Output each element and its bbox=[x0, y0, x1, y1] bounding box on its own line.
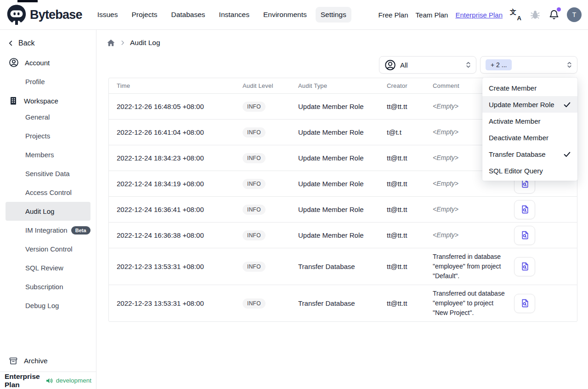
sidebar-item-access-control[interactable]: Access Control bbox=[0, 183, 96, 202]
table-row: 2022-12-23 13:53:31 +08:00 INFO Transfer… bbox=[109, 285, 577, 321]
col-creator: Creator bbox=[384, 82, 430, 89]
menu-item-update-member-role[interactable]: Update Member Role bbox=[482, 96, 577, 113]
type-cell: Transfer Database bbox=[295, 299, 384, 307]
archive-button[interactable]: Archive bbox=[0, 351, 96, 371]
sidebar-item-audit-log[interactable]: Audit Log bbox=[6, 202, 90, 221]
creator-cell: tt@tt.tt bbox=[384, 206, 430, 213]
topbar-right: Free Plan Team Plan Enterprise Plan 文A bbox=[379, 7, 582, 22]
menu-item-deactivate-member[interactable]: Deactivate Member bbox=[482, 129, 577, 146]
settings-sidebar: Back Account Profile bbox=[0, 30, 96, 389]
level-badge: INFO bbox=[243, 205, 266, 215]
level-badge: INFO bbox=[243, 102, 266, 112]
sidebar-item-version-control[interactable]: Version Control bbox=[0, 240, 96, 258]
beta-badge: Beta bbox=[71, 226, 90, 235]
sidebar-item-profile[interactable]: Profile bbox=[0, 72, 96, 91]
creator-cell: tt@tt.tt bbox=[384, 263, 430, 270]
level-badge: INFO bbox=[243, 179, 266, 189]
menu-item-label: SQL Editor Query bbox=[489, 167, 543, 175]
nav-settings[interactable]: Settings bbox=[316, 7, 351, 23]
user-circle-icon bbox=[384, 59, 396, 71]
bytebase-app: Bytebase Issues Projects Databases Insta… bbox=[0, 0, 588, 389]
nav-databases[interactable]: Databases bbox=[166, 7, 210, 23]
type-cell: Update Member Role bbox=[295, 206, 384, 213]
nav-environments[interactable]: Environments bbox=[258, 7, 312, 23]
menu-item-sql-editor-query[interactable]: SQL Editor Query bbox=[482, 162, 577, 179]
view-detail-button[interactable] bbox=[514, 226, 535, 245]
free-plan-link[interactable]: Free Plan bbox=[379, 11, 408, 19]
table-row: 2022-12-24 16:36:41 +08:00 INFO Update M… bbox=[109, 197, 577, 223]
sidebar-item-subscription[interactable]: Subscription bbox=[0, 277, 96, 296]
menu-item-activate-member[interactable]: Activate Member bbox=[482, 113, 577, 129]
nav-issues[interactable]: Issues bbox=[92, 7, 123, 23]
team-plan-link[interactable]: Team Plan bbox=[416, 11, 448, 19]
sidebar-item-sql-review[interactable]: SQL Review bbox=[0, 258, 96, 277]
breadcrumb: Audit Log bbox=[107, 38, 577, 47]
menu-item-label: Deactivate Member bbox=[489, 134, 548, 142]
view-detail-button[interactable] bbox=[514, 257, 535, 276]
audit-type-filter-select[interactable]: + 2 ... bbox=[480, 56, 577, 74]
building-icon bbox=[9, 96, 18, 106]
check-icon bbox=[563, 101, 571, 109]
level-badge: INFO bbox=[243, 127, 266, 137]
sidebar-item-members[interactable]: Members bbox=[0, 145, 96, 164]
sidebar-item-debug-log[interactable]: Debug Log bbox=[0, 296, 96, 315]
col-time: Time bbox=[109, 82, 239, 89]
chevron-updown-icon bbox=[465, 60, 472, 69]
comment-cell: <Empty> bbox=[430, 227, 508, 244]
level-badge: INFO bbox=[243, 262, 266, 272]
sidebar-item-general[interactable]: General bbox=[0, 108, 96, 126]
sidebar-item-projects[interactable]: Projects bbox=[0, 126, 96, 145]
menu-item-label: Update Member Role bbox=[489, 101, 554, 109]
table-row: 2022-12-24 16:36:38 +08:00 INFO Update M… bbox=[109, 223, 577, 248]
nav-projects[interactable]: Projects bbox=[126, 7, 162, 23]
translate-icon[interactable]: 文A bbox=[510, 9, 522, 21]
back-button[interactable]: Back bbox=[0, 38, 96, 48]
home-icon[interactable] bbox=[107, 39, 115, 47]
creator-cell: t@t.t bbox=[384, 128, 430, 136]
comment-cell: Transferred in database "employee" from … bbox=[430, 248, 508, 285]
creator-cell: tt@tt.tt bbox=[384, 231, 430, 239]
filter-row: All + 2 ... bbox=[108, 56, 577, 74]
nav-instances[interactable]: Instances bbox=[214, 7, 254, 23]
type-cell: Update Member Role bbox=[295, 128, 384, 136]
bug-report-icon[interactable] bbox=[529, 9, 541, 21]
back-label: Back bbox=[18, 39, 35, 47]
avatar[interactable]: T bbox=[567, 7, 582, 22]
check-icon bbox=[563, 150, 571, 158]
user-circle-icon bbox=[9, 57, 19, 68]
view-detail-button[interactable] bbox=[514, 294, 535, 313]
brand[interactable]: Bytebase bbox=[6, 4, 82, 25]
main-nav: Issues Projects Databases Instances Envi… bbox=[92, 7, 351, 23]
menu-item-transfer-database[interactable]: Transfer Database bbox=[482, 146, 577, 162]
time-cell: 2022-12-23 13:53:31 +08:00 bbox=[109, 299, 239, 307]
sidebar-item-sensitive-data[interactable]: Sensitive Data bbox=[0, 164, 96, 183]
menu-item-label: Activate Member bbox=[489, 117, 541, 125]
time-cell: 2022-12-24 18:34:23 +08:00 bbox=[109, 154, 239, 162]
time-cell: 2022-12-24 18:34:19 +08:00 bbox=[109, 180, 239, 188]
menu-item-create-member[interactable]: Create Member bbox=[482, 80, 577, 96]
type-cell: Update Member Role bbox=[295, 154, 384, 162]
main-content: Audit Log All bbox=[96, 30, 588, 389]
enterprise-plan-link[interactable]: Enterprise Plan bbox=[455, 11, 503, 19]
archive-box-icon bbox=[9, 356, 18, 366]
type-cell: Update Member Role bbox=[295, 180, 384, 188]
brand-name: Bytebase bbox=[30, 8, 82, 22]
comment-cell: Transferred out database "employee" to p… bbox=[430, 285, 508, 321]
audit-type-filter-badge: + 2 ... bbox=[486, 59, 512, 70]
time-cell: 2022-12-24 16:36:41 +08:00 bbox=[109, 206, 239, 213]
level-badge: INFO bbox=[243, 230, 266, 240]
notifications-bell-icon[interactable] bbox=[548, 9, 560, 20]
time-cell: 2022-12-23 13:53:31 +08:00 bbox=[109, 263, 239, 270]
sidebar-section-label: Account bbox=[25, 59, 50, 67]
col-audit-type: Audit Type bbox=[295, 82, 384, 89]
menu-item-label: Create Member bbox=[489, 84, 537, 92]
sidebar-item-label: IM Integration bbox=[25, 226, 68, 234]
table-row: 2022-12-23 13:53:31 +08:00 INFO Transfer… bbox=[109, 248, 577, 285]
current-plan-label: Enterprise Plan bbox=[5, 372, 43, 389]
creator-filter-select[interactable]: All bbox=[379, 56, 476, 74]
sidebar-item-im-integration[interactable]: IM Integration Beta bbox=[0, 221, 96, 240]
time-cell: 2022-12-26 16:41:04 +08:00 bbox=[109, 128, 239, 136]
chevron-updown-icon bbox=[566, 60, 573, 69]
view-detail-button[interactable] bbox=[514, 200, 535, 219]
speaker-icon[interactable] bbox=[45, 377, 53, 384]
